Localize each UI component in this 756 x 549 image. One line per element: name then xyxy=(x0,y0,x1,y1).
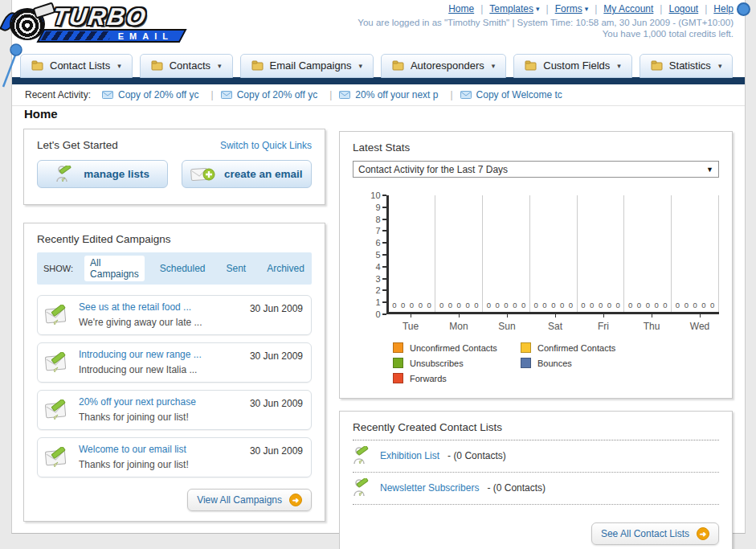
top-nav-item[interactable]: Forms ▾ xyxy=(555,3,604,14)
legend-item: Unconfirmed Contacts xyxy=(393,342,521,353)
chevron-down-icon: ▼ xyxy=(706,166,713,174)
turbo-email-logo: TURBO EMAIL xyxy=(3,3,196,45)
legend-item: Confirmed Contacts xyxy=(521,342,648,353)
tab-label: Custom Fields xyxy=(543,59,610,72)
campaign-list: See us at the retail food ... We're givi… xyxy=(37,295,312,477)
switch-quick-links-link[interactable]: Switch to Quick Links xyxy=(220,140,312,151)
top-nav-link[interactable]: Templates xyxy=(489,3,533,14)
help-bubble-icon[interactable] xyxy=(737,2,750,16)
create-email-button[interactable]: create an email xyxy=(182,160,313,188)
recent-activity-label: Recent Activity: xyxy=(25,89,91,100)
recent-activity-link[interactable]: Copy of 20% off yc xyxy=(237,89,318,100)
campaign-subtitle: Introducing our new Italia ... xyxy=(79,364,197,375)
chevron-down-icon: ▾ xyxy=(492,62,496,70)
top-nav-item[interactable]: Home xyxy=(448,3,489,14)
recent-contact-lists-panel: Recently Created Contact Lists Exhibitio… xyxy=(339,411,733,549)
envelope-icon xyxy=(460,91,472,99)
legend-label: Unconfirmed Contacts xyxy=(410,343,497,353)
recent-activity-item[interactable]: Copy of 20% off yc xyxy=(102,89,221,100)
legend-label: Confirmed Contacts xyxy=(537,343,615,353)
contact-activity-chart: 109876543210 000000000000000000000000000… xyxy=(362,195,719,314)
chevron-down-icon: ▾ xyxy=(585,5,589,13)
recent-activity-item[interactable]: Copy of 20% off yc xyxy=(221,89,340,100)
campaign-row[interactable]: Introducing our new range ... Introducin… xyxy=(37,342,312,383)
contact-list-item[interactable]: Exhibition List - (0 Contacts) xyxy=(353,440,719,473)
see-all-contact-lists-button[interactable]: See All Contact Lists ➜ xyxy=(591,522,719,545)
nav-tab[interactable]: Contacts ▾ xyxy=(140,54,233,78)
campaign-row[interactable]: Welcome to our email list Thanks for joi… xyxy=(37,437,312,477)
top-nav-link[interactable]: Logout xyxy=(668,3,698,14)
campaign-title-link[interactable]: Welcome to our email list xyxy=(79,444,243,455)
top-nav-link[interactable]: Home xyxy=(448,3,474,14)
chevron-down-icon: ▾ xyxy=(117,62,121,70)
person-pencil-icon xyxy=(55,166,76,183)
stats-period-select[interactable]: Contact Activity for the Last 7 Days ▼ xyxy=(353,161,719,178)
recent-activity-link[interactable]: 20% off your next p xyxy=(355,89,438,100)
nav-accent-bar xyxy=(12,77,745,84)
contact-list-item[interactable]: Newsletter Subscribers - (0 Contacts) xyxy=(353,473,719,505)
legend-swatch xyxy=(393,342,403,353)
recent-activity-link[interactable]: Copy of Welcome tc xyxy=(476,89,562,100)
envelope-pencil-icon xyxy=(44,399,72,421)
contact-list-link[interactable]: Exhibition List xyxy=(380,450,439,461)
recent-activity-item[interactable]: Copy of Welcome tc xyxy=(460,89,562,100)
top-nav-item[interactable]: My Account xyxy=(603,3,668,14)
campaign-subtitle: Thanks for joining our list! xyxy=(79,412,189,423)
filter-chip[interactable]: Scheduled xyxy=(154,261,211,276)
tab-label: Statistics xyxy=(669,59,711,72)
campaign-title-link[interactable]: See us at the retail food ... xyxy=(79,301,243,313)
envelope-plus-icon xyxy=(190,166,216,182)
top-nav: Home Templates ▾ Forms ▾ My Account Logo… xyxy=(448,3,734,14)
campaign-title-link[interactable]: Introducing our new range ... xyxy=(79,349,243,360)
view-all-campaigns-button[interactable]: View All Campaigns ➜ xyxy=(187,489,312,511)
top-nav-item[interactable]: Logout xyxy=(668,3,713,14)
page-title: Home xyxy=(24,107,58,121)
get-started-panel: Let's Get Started Switch to Quick Links … xyxy=(23,129,325,205)
top-nav-link[interactable]: My Account xyxy=(603,3,653,14)
show-label: SHOW: xyxy=(43,264,73,273)
campaign-title-link[interactable]: 20% off your next purchase xyxy=(79,396,243,408)
nav-tab[interactable]: Email Campaigns ▾ xyxy=(240,54,374,78)
filter-chip[interactable]: All Campaigns xyxy=(84,256,145,281)
tab-icon xyxy=(651,59,664,72)
campaign-date: 30 Jun 2009 xyxy=(250,445,303,457)
envelope-icon xyxy=(102,91,113,99)
top-nav-link[interactable]: Forms xyxy=(555,3,582,14)
campaign-date: 30 Jun 2009 xyxy=(250,398,303,409)
right-column: Latest Stats Contact Activity for the La… xyxy=(339,131,733,549)
tab-label: Email Campaigns xyxy=(270,59,352,72)
see-all-contact-lists-label: See All Contact Lists xyxy=(601,528,689,539)
filter-chip[interactable]: Sent xyxy=(221,261,252,276)
nav-tab[interactable]: Autoresponders ▾ xyxy=(381,54,506,78)
chevron-down-icon: ▾ xyxy=(718,62,722,70)
contact-list-count: - (0 Contacts) xyxy=(447,450,506,461)
contact-list-link[interactable]: Newsletter Subscribers xyxy=(380,482,479,494)
top-nav-item[interactable]: Templates ▾ xyxy=(489,3,554,14)
create-email-label: create an email xyxy=(224,168,303,180)
login-status: You are logged in as "Timothy Smith" | S… xyxy=(358,18,734,27)
tab-icon xyxy=(31,59,44,72)
person-pencil-icon xyxy=(353,478,372,498)
envelope-pencil-icon xyxy=(44,447,72,469)
legend-swatch xyxy=(393,358,403,368)
filter-chip[interactable]: Archived xyxy=(261,261,310,276)
recent-activity-link[interactable]: Copy of 20% off yc xyxy=(118,89,199,100)
person-pencil-icon xyxy=(353,446,372,465)
campaign-row[interactable]: 20% off your next purchase Thanks for jo… xyxy=(37,390,312,430)
contact-list-count: - (0 Contacts) xyxy=(487,482,546,494)
top-nav-item[interactable]: Help xyxy=(713,3,734,14)
legend-swatch xyxy=(521,358,531,368)
legend-item: Forwards xyxy=(393,373,521,383)
recent-activity-item[interactable]: 20% off your next p xyxy=(339,89,460,100)
logo-word-turbo: TURBO xyxy=(51,3,149,31)
blue-pin-icon xyxy=(0,42,26,88)
top-nav-link[interactable]: Help xyxy=(713,3,734,14)
nav-tab[interactable]: Contact Lists ▾ xyxy=(20,54,133,78)
manage-lists-button[interactable]: manage lists xyxy=(37,160,168,188)
campaign-row[interactable]: See us at the retail food ... We're givi… xyxy=(37,295,312,335)
chart-x-labels: TueMonSunSatFriThuWed xyxy=(386,314,724,333)
nav-tab[interactable]: Custom Fields ▾ xyxy=(513,54,632,78)
left-column: Let's Get Started Switch to Quick Links … xyxy=(23,129,325,522)
app-window: Home Templates ▾ Forms ▾ My Account Logo… xyxy=(0,0,756,549)
nav-tab[interactable]: Statistics ▾ xyxy=(640,54,734,78)
